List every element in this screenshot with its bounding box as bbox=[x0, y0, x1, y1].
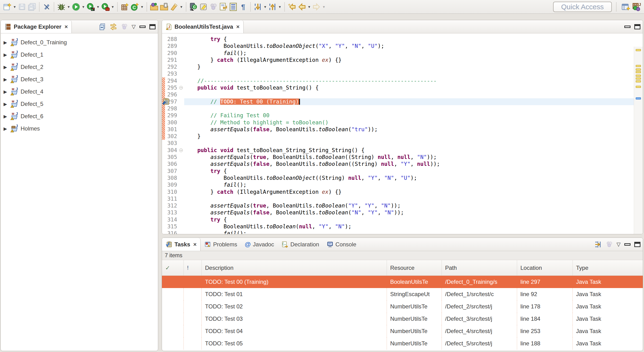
line-number[interactable]: 292 bbox=[165, 64, 179, 70]
expand-arrow-icon[interactable]: ▶ bbox=[4, 89, 9, 95]
expand-arrow-icon[interactable]: ▶ bbox=[4, 77, 9, 82]
coverage-button[interactable] bbox=[86, 1, 96, 13]
minimize-editor-icon[interactable] bbox=[624, 26, 630, 28]
tab-javadoc[interactable]: @ Javadoc bbox=[241, 238, 278, 251]
code-line-307[interactable]: 307 try { bbox=[162, 168, 634, 175]
highlight-button[interactable] bbox=[198, 1, 208, 13]
code-line-292[interactable]: 292 } bbox=[162, 64, 634, 70]
code-line-300[interactable]: 300 // Method to highlight = toBoolean() bbox=[162, 119, 634, 126]
col-location[interactable]: Location bbox=[517, 260, 573, 275]
line-number[interactable]: 289 bbox=[165, 43, 179, 50]
code-editor[interactable]: 288 try {289 BooleanUtils.toBooleanObjec… bbox=[162, 34, 643, 234]
tab-tasks[interactable]: Tasks × bbox=[162, 238, 200, 251]
open-perspective-button[interactable] bbox=[621, 1, 631, 13]
task-row[interactable]: TODO: Test 04NumberUtilsTe/Defect_4/src/… bbox=[162, 325, 643, 337]
java-perspective-button[interactable]: J bbox=[631, 1, 642, 13]
code-line-293[interactable]: 293 bbox=[162, 70, 634, 77]
code-line-294[interactable]: 294 //----------------------------------… bbox=[162, 78, 634, 84]
task-row[interactable]: TODO: Test 01StringEscapeUt/Defect_1/src… bbox=[162, 288, 643, 300]
quick-access-input[interactable]: Quick Access bbox=[553, 2, 612, 12]
fold-collapse-icon[interactable] bbox=[179, 86, 183, 90]
code-line-290[interactable]: 290 fail(); bbox=[162, 50, 634, 57]
col-description[interactable]: Description bbox=[202, 260, 387, 275]
collapse-all-icon[interactable] bbox=[99, 23, 106, 30]
external-tools-button[interactable] bbox=[100, 1, 110, 13]
task-marker-icon[interactable] bbox=[162, 98, 170, 106]
code-line-311[interactable]: 311 bbox=[162, 195, 634, 202]
col-complete[interactable]: ✓ bbox=[162, 260, 184, 275]
line-number[interactable]: 300 bbox=[165, 119, 179, 126]
forward-button[interactable] bbox=[312, 1, 322, 13]
tab-package-explorer[interactable]: Package Explorer × bbox=[1, 20, 72, 33]
minimize-view-icon[interactable] bbox=[624, 243, 630, 246]
code-line-295[interactable]: 295 public void test_toBoolean_String() … bbox=[162, 84, 634, 91]
line-number[interactable]: 314 bbox=[165, 216, 179, 223]
code-line-291[interactable]: 291 } catch (IllegalArgumentException ex… bbox=[162, 57, 634, 64]
expand-arrow-icon[interactable]: ▶ bbox=[4, 52, 9, 58]
minimize-view-icon[interactable] bbox=[140, 26, 146, 28]
back-dropdown[interactable]: ▼ bbox=[307, 1, 312, 13]
tree-item-Defect_4[interactable]: ▶MJ!Defect_4 bbox=[1, 86, 158, 98]
search-button[interactable]: C bbox=[188, 1, 198, 13]
close-icon[interactable]: × bbox=[64, 24, 68, 30]
external-tools-dropdown[interactable]: ▼ bbox=[110, 1, 115, 13]
code-line-306[interactable]: 306 assertEquals(false, BooleanUtils.toB… bbox=[162, 161, 634, 167]
code-lines[interactable]: 288 try {289 BooleanUtils.toBooleanObjec… bbox=[162, 34, 634, 234]
tree-item-Defect_1[interactable]: ▶MJ!Defect_1 bbox=[1, 49, 158, 61]
task-marker-ruler-icon[interactable] bbox=[636, 69, 641, 71]
open-task-button[interactable] bbox=[149, 1, 159, 13]
view-menu-icon[interactable]: ▽ bbox=[616, 241, 620, 247]
code-line-297[interactable]: 297 // TODO: Test 00 (Training) bbox=[162, 98, 634, 105]
maximize-view-icon[interactable] bbox=[150, 24, 156, 29]
code-line-299[interactable]: 299 // Failing Test 00 bbox=[162, 112, 634, 119]
new-class-dropdown[interactable]: ▼ bbox=[140, 1, 144, 13]
code-line-296[interactable]: 296 bbox=[162, 91, 634, 98]
line-number[interactable]: 315 bbox=[165, 223, 179, 230]
code-line-312[interactable]: 312 assertEquals(true, BooleanUtils.toBo… bbox=[162, 202, 634, 209]
line-number[interactable]: 306 bbox=[165, 161, 179, 167]
task-row[interactable]: TODO: Test 03NumberUtilsTe/Defect_3/src/… bbox=[162, 313, 643, 325]
skip-breakpoints-button[interactable] bbox=[42, 1, 52, 13]
code-line-305[interactable]: 305 assertEquals(true, BooleanUtils.toBo… bbox=[162, 154, 634, 161]
tab-problems[interactable]: Problems bbox=[200, 238, 241, 251]
mark-occurrences-dropdown[interactable]: ▼ bbox=[179, 1, 184, 13]
open-resource-button[interactable] bbox=[159, 1, 169, 13]
code-line-309[interactable]: 309 fail(); bbox=[162, 181, 634, 188]
overview-ruler[interactable] bbox=[634, 47, 643, 234]
task-row[interactable]: TODO: Test 00 (Training)BooleanUtilsTe/D… bbox=[162, 276, 643, 288]
line-number[interactable]: 304 bbox=[165, 147, 179, 154]
filter-tasks-icon[interactable] bbox=[594, 241, 602, 248]
tree-item-Defect_2[interactable]: ▶MJ!Defect_2 bbox=[1, 61, 158, 73]
code-line-313[interactable]: 313 assertEquals(false, BooleanUtils.toB… bbox=[162, 209, 634, 216]
close-icon[interactable]: × bbox=[192, 241, 196, 248]
mark-occurrences-button[interactable] bbox=[169, 1, 179, 13]
run-button[interactable] bbox=[71, 1, 81, 13]
open-declaration-button[interactable] bbox=[218, 1, 228, 13]
coverage-dropdown[interactable]: ▼ bbox=[96, 1, 100, 13]
save-button[interactable] bbox=[17, 1, 27, 13]
line-number[interactable]: 312 bbox=[165, 202, 179, 209]
run-dropdown[interactable]: ▼ bbox=[81, 1, 86, 13]
line-number[interactable]: 311 bbox=[165, 195, 179, 202]
bookmark-marker-ruler-icon[interactable] bbox=[636, 97, 641, 100]
code-line-288[interactable]: 288 try { bbox=[162, 36, 634, 43]
line-number[interactable]: 296 bbox=[165, 91, 179, 98]
expand-arrow-icon[interactable]: ▶ bbox=[4, 114, 9, 119]
maximize-editor-icon[interactable] bbox=[634, 24, 640, 29]
code-line-289[interactable]: 289 BooleanUtils.toBooleanObject("X", "Y… bbox=[162, 43, 634, 50]
code-line-304[interactable]: 304 public void test_toBoolean_String_St… bbox=[162, 147, 634, 154]
col-path[interactable]: Path bbox=[442, 260, 517, 275]
line-number[interactable]: 291 bbox=[165, 57, 179, 64]
last-edit-location-button[interactable] bbox=[287, 1, 297, 13]
code-line-302[interactable]: 302 } bbox=[162, 133, 634, 140]
code-line-310[interactable]: 310 } catch (IllegalArgumentException ex… bbox=[162, 189, 634, 195]
line-number[interactable]: 307 bbox=[165, 168, 179, 175]
line-number[interactable]: 288 bbox=[165, 36, 179, 43]
line-number[interactable]: 310 bbox=[165, 189, 179, 195]
code-line-301[interactable]: 301 assertEquals(false, BooleanUtils.toB… bbox=[162, 126, 634, 133]
task-row[interactable]: TODO: Test 02NumberUtilsTe/Defect_2/src/… bbox=[162, 300, 643, 313]
tree-item-Defect_5[interactable]: ▶MJ!Defect_5 bbox=[1, 98, 158, 110]
line-number[interactable]: 309 bbox=[165, 181, 179, 188]
task-marker-ruler-icon[interactable] bbox=[636, 86, 641, 88]
task-marker-ruler-icon[interactable] bbox=[636, 78, 641, 80]
